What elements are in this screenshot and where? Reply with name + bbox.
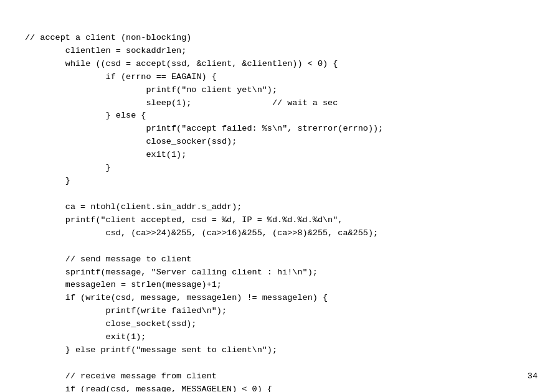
code-line: sprintf(message, "Server calling client … — [25, 266, 530, 279]
code-line: while ((csd = accept(ssd, &client, &clie… — [25, 58, 530, 71]
code-line: } else { — [25, 110, 530, 123]
code-line: // receive message from client — [25, 370, 530, 383]
page-number: 34 — [528, 371, 538, 381]
code-line: exit(1); — [25, 149, 530, 162]
code-line: } — [25, 175, 530, 188]
code-line: csd, (ca>>24)&255, (ca>>16)&255, (ca>>8)… — [25, 227, 530, 240]
code-line: } — [25, 162, 530, 175]
code-line — [25, 240, 530, 253]
code-line: ca = ntohl(client.sin_addr.s_addr); — [25, 201, 530, 214]
code-line: exit(1); — [25, 331, 530, 344]
code-line: if (write(csd, message, messagelen) != m… — [25, 292, 530, 305]
code-line: printf("client accepted, csd = %d, IP = … — [25, 214, 530, 227]
code-line: messagelen = strlen(message)+1; — [25, 279, 530, 292]
code-line: } else printf("message sent to client\n"… — [25, 344, 530, 357]
code-line: if (errno == EAGAIN) { — [25, 71, 530, 84]
code-line: printf("accept failed: %s\n", strerror(e… — [25, 123, 530, 136]
code-line: close_socker(ssd); — [25, 136, 530, 149]
code-line: clientlen = sockaddrlen; — [25, 45, 530, 58]
code-block: // accept a client (non-blocking) client… — [0, 0, 555, 392]
code-line: sleep(1); // wait a sec — [25, 97, 530, 110]
code-line: if (read(csd, message, MESSAGELEN) < 0) … — [25, 383, 530, 392]
code-line — [25, 188, 530, 201]
code-line: // send message to client — [25, 253, 530, 266]
code-line — [25, 357, 530, 370]
code-line: close_socket(ssd); — [25, 318, 530, 331]
code-line: printf("no client yet\n"); — [25, 84, 530, 97]
code-line: printf(write failed\n"); — [25, 305, 530, 318]
code-line: // accept a client (non-blocking) — [25, 32, 530, 45]
